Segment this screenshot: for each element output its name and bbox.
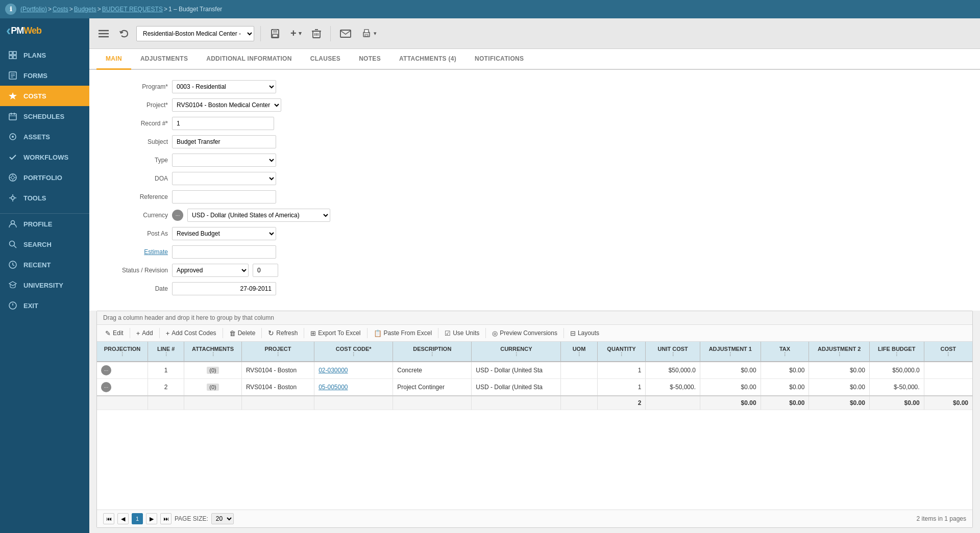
tab-adjustments[interactable]: ADJUSTMENTS: [131, 49, 197, 70]
delete-button[interactable]: [309, 27, 324, 41]
svg-point-16: [11, 176, 14, 179]
sidebar-item-search[interactable]: SEARCH: [0, 234, 89, 255]
estimate-input[interactable]: [172, 245, 276, 259]
post-as-select[interactable]: Revised Budget: [172, 227, 276, 240]
grid-add-button[interactable]: + Add: [132, 328, 157, 339]
page-1-button[interactable]: 1: [132, 513, 143, 524]
portfolio-icon: [7, 172, 18, 183]
grid-add-icon: +: [136, 329, 140, 337]
col-currency[interactable]: CURRENCY ⋮: [472, 342, 561, 362]
email-button[interactable]: [337, 28, 354, 40]
sidebar-item-tools[interactable]: TOOLS: [0, 188, 89, 208]
cell-cost: [924, 379, 972, 396]
save-button[interactable]: [267, 27, 283, 41]
svg-rect-9: [9, 114, 16, 120]
row-menu-button[interactable]: ···: [101, 365, 111, 375]
currency-dots-button[interactable]: ···: [172, 210, 183, 221]
cell-life-budget: $-50,000.: [869, 379, 924, 396]
tab-main[interactable]: MAIN: [96, 49, 131, 70]
breadcrumb-budget-requests[interactable]: BUDGET REQUESTS: [102, 6, 163, 13]
program-label: Program*: [102, 83, 168, 90]
sidebar-item-forms[interactable]: FORMS: [0, 65, 89, 86]
sidebar-item-assets[interactable]: ASSETS: [0, 126, 89, 147]
currency-select[interactable]: USD - Dollar (United States of America): [187, 209, 330, 222]
tab-notifications[interactable]: NOTIFICATIONS: [465, 49, 533, 70]
last-page-button[interactable]: ⏭: [160, 513, 172, 524]
project-select[interactable]: RVS0104 - Boston Medical Center: [172, 98, 281, 112]
first-page-button[interactable]: ⏮: [103, 513, 114, 524]
subject-input[interactable]: [172, 135, 276, 148]
date-input[interactable]: [172, 282, 276, 295]
sidebar-item-label: WORKFLOWS: [23, 154, 68, 161]
breadcrumb-sep4: >: [164, 6, 167, 13]
page-size-select[interactable]: 20: [211, 513, 234, 524]
sidebar-item-portfolio[interactable]: PORTFOLIO: [0, 167, 89, 188]
preview-conversions-button[interactable]: ◎ Preview Conversions: [488, 328, 561, 339]
cell-line-num: 2: [148, 379, 184, 396]
add-cost-codes-button[interactable]: + Add Cost Codes: [162, 328, 220, 339]
sidebar-item-workflows[interactable]: WORKFLOWS: [0, 147, 89, 167]
use-units-icon: ☑: [445, 329, 451, 337]
breadcrumb-costs[interactable]: Costs: [53, 6, 68, 13]
revision-input[interactable]: [253, 264, 278, 277]
col-attachments[interactable]: ATTACHMENTS ⋮: [184, 342, 242, 362]
cell-unit-cost: $-50,000.: [646, 379, 700, 396]
sidebar-item-plans[interactable]: PLANS: [0, 45, 89, 65]
sidebar-item-profile[interactable]: PROFILE: [0, 214, 89, 234]
project-dropdown[interactable]: Residential-Boston Medical Center -: [136, 26, 254, 41]
doa-select[interactable]: [172, 172, 276, 185]
edit-button[interactable]: ✎ Edit: [101, 328, 128, 339]
col-unit-cost[interactable]: UNIT COST ⋮: [646, 342, 700, 362]
status-select[interactable]: Approved: [172, 264, 249, 277]
undo-button[interactable]: [116, 27, 132, 41]
info-icon[interactable]: ℹ: [5, 4, 16, 15]
hamburger-menu-button[interactable]: [95, 28, 112, 40]
add-button[interactable]: + ▾: [287, 26, 305, 41]
col-description[interactable]: DESCRIPTION ⋮: [393, 342, 472, 362]
record-input[interactable]: [172, 117, 274, 130]
reference-input[interactable]: [172, 190, 276, 204]
breadcrumb-portfolio[interactable]: (Portfolio): [20, 6, 47, 13]
sidebar-item-exit[interactable]: EXIT: [0, 295, 89, 316]
use-units-button[interactable]: ☑ Use Units: [440, 328, 483, 339]
estimate-link[interactable]: Estimate: [144, 248, 168, 256]
col-uom[interactable]: UOM ⋮: [561, 342, 597, 362]
col-cost[interactable]: COST ⋮: [924, 342, 972, 362]
refresh-icon: ↻: [268, 329, 274, 337]
col-life-budget[interactable]: LIFE BUDGET ⋮: [869, 342, 924, 362]
sidebar-item-schedules[interactable]: SCHEDULES: [0, 106, 89, 126]
sidebar-item-recent[interactable]: RECENT: [0, 255, 89, 275]
sidebar-item-university[interactable]: UNIVERSITY: [0, 275, 89, 295]
paste-excel-button[interactable]: 📋 Paste From Excel: [370, 328, 436, 339]
col-projection[interactable]: PROJECTION ⋮: [97, 342, 148, 362]
grid-delete-button[interactable]: 🗑 Delete: [225, 328, 260, 339]
cell-attachments: (0): [184, 379, 242, 396]
record-label: Record #*: [102, 120, 168, 127]
refresh-button[interactable]: ↻ Refresh: [264, 327, 302, 339]
col-adjustment1[interactable]: ADJUSTMENT 1 ⋮: [700, 342, 761, 362]
col-quantity[interactable]: QUANTITY ⋮: [597, 342, 646, 362]
prev-page-button[interactable]: ◀: [117, 513, 129, 524]
type-select[interactable]: [172, 154, 276, 167]
export-excel-button[interactable]: ⊞ Export To Excel: [306, 328, 364, 339]
col-tax[interactable]: TAX ⋮: [761, 342, 809, 362]
next-page-button[interactable]: ▶: [146, 513, 157, 524]
col-project[interactable]: PROJECT ⋮: [241, 342, 314, 362]
breadcrumb-budgets[interactable]: Budgets: [74, 6, 96, 13]
row-menu-button[interactable]: ···: [101, 382, 111, 392]
tab-clauses[interactable]: CLAUSES: [301, 49, 350, 70]
estimate-label: Estimate: [102, 248, 168, 256]
tab-notes[interactable]: NOTES: [350, 49, 390, 70]
sidebar-item-costs[interactable]: COSTS: [0, 86, 89, 106]
col-line-num[interactable]: LINE # ⋮: [148, 342, 184, 362]
summary-unit-cost: [646, 396, 700, 410]
layouts-button[interactable]: ⊟ Layouts: [566, 328, 603, 339]
col-adjustment2[interactable]: ADJUSTMENT 2 ⋮: [809, 342, 870, 362]
tab-attachments[interactable]: ATTACHMENTS (4): [390, 49, 465, 70]
main-toolbar: Residential-Boston Medical Center - + ▾: [89, 18, 980, 49]
tab-additional-info[interactable]: ADDITIONAL INFORMATION: [197, 49, 301, 70]
col-cost-code[interactable]: COST CODE* ⋮: [314, 342, 393, 362]
print-button[interactable]: ▾: [358, 27, 380, 41]
table-row: ···1(0)RVS0104 - Boston02-030000Concrete…: [97, 362, 972, 379]
program-select[interactable]: 0003 - Residential: [172, 80, 276, 93]
